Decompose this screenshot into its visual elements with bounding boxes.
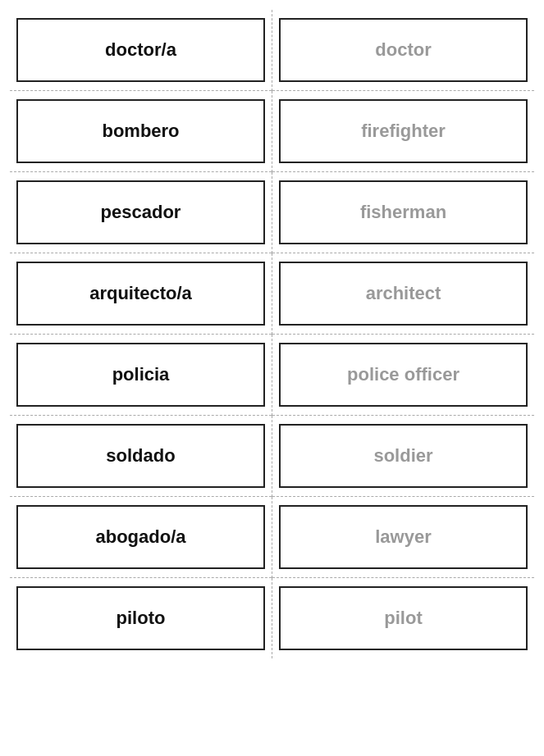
english-word: doctor	[375, 39, 431, 61]
spanish-cell: arquitecto/a	[10, 253, 272, 335]
table-row: arquitecto/aarchitect	[10, 253, 534, 335]
spanish-word: doctor/a	[105, 39, 176, 61]
english-card: architect	[279, 262, 528, 326]
table-row: pilotopilot	[10, 578, 534, 659]
english-word: firefighter	[361, 121, 446, 142]
spanish-word: arquitecto/a	[89, 283, 192, 304]
spanish-card: bombero	[16, 99, 265, 163]
english-card: doctor	[279, 18, 528, 82]
spanish-card: doctor/a	[16, 18, 265, 82]
vocab-table: doctor/adoctorbomberofirefighterpescador…	[10, 10, 534, 658]
english-word: fisherman	[360, 202, 446, 223]
english-card: police officer	[279, 343, 528, 407]
table-row: soldadosoldier	[10, 416, 534, 497]
spanish-cell: soldado	[10, 416, 272, 497]
spanish-card: piloto	[16, 586, 265, 650]
spanish-cell: pescador	[10, 172, 272, 253]
english-cell: lawyer	[272, 497, 535, 578]
english-card: fisherman	[279, 180, 528, 244]
english-word: lawyer	[375, 526, 432, 548]
spanish-word: abogado/a	[95, 526, 185, 548]
table-row: policiapolice officer	[10, 335, 534, 416]
table-row: doctor/adoctor	[10, 10, 534, 91]
spanish-cell: abogado/a	[10, 497, 272, 578]
english-word: pilot	[384, 608, 422, 629]
spanish-word: bombero	[102, 121, 179, 142]
spanish-cell: piloto	[10, 578, 272, 659]
spanish-word: soldado	[106, 445, 175, 467]
english-cell: soldier	[272, 416, 535, 497]
english-cell: fisherman	[272, 172, 535, 253]
spanish-card: pescador	[16, 180, 265, 244]
english-cell: pilot	[272, 578, 535, 659]
english-card: pilot	[279, 586, 528, 650]
english-word: police officer	[347, 364, 459, 385]
english-word: architect	[366, 283, 441, 304]
spanish-cell: policia	[10, 335, 272, 416]
spanish-word: policia	[112, 364, 170, 385]
spanish-card: soldado	[16, 424, 265, 488]
english-cell: architect	[272, 253, 535, 335]
vocab-page: doctor/adoctorbomberofirefighterpescador…	[0, 0, 544, 756]
spanish-cell: bombero	[10, 91, 272, 172]
table-row: abogado/alawyer	[10, 497, 534, 578]
english-card: lawyer	[279, 505, 528, 569]
table-row: pescadorfisherman	[10, 172, 534, 253]
english-card: firefighter	[279, 99, 528, 163]
english-word: soldier	[373, 445, 432, 467]
spanish-word: piloto	[117, 608, 166, 629]
english-card: soldier	[279, 424, 528, 488]
spanish-card: policia	[16, 343, 265, 407]
table-row: bomberofirefighter	[10, 91, 534, 172]
spanish-word: pescador	[101, 202, 181, 223]
spanish-card: arquitecto/a	[16, 262, 265, 326]
spanish-card: abogado/a	[16, 505, 265, 569]
english-cell: police officer	[272, 335, 535, 416]
english-cell: firefighter	[272, 91, 535, 172]
spanish-cell: doctor/a	[10, 10, 272, 91]
english-cell: doctor	[272, 10, 535, 91]
